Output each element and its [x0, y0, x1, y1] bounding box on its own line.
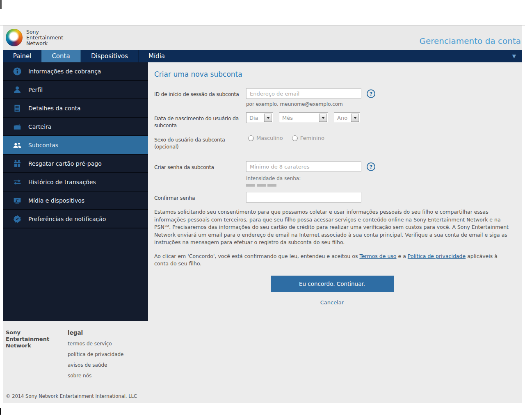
- tab-painel[interactable]: Painel: [3, 50, 41, 62]
- sidebar-item-informacoes-de-cobranca[interactable]: Informações de cobrança: [3, 62, 148, 81]
- password-input[interactable]: [246, 161, 361, 172]
- gender-row: Sexo do usuário da subconta (opcional) M…: [154, 134, 510, 150]
- month-select[interactable]: Mês: [279, 112, 328, 123]
- tab-midia[interactable]: Mídia: [139, 50, 175, 62]
- agree-continue-button[interactable]: Eu concordo. Continuar.: [271, 276, 394, 292]
- signin-id-label: ID de início de sessão da subconta: [154, 88, 246, 98]
- birthdate-label: Data de nascimento do usuário da subcont…: [154, 112, 246, 129]
- tab-conta[interactable]: Conta: [41, 50, 81, 62]
- copyright-text: © 2014 Sony Network Entertainment Intern…: [3, 383, 522, 399]
- strength-bar: [257, 184, 266, 187]
- gift-icon: [12, 159, 22, 169]
- radio-feminino[interactable]: Feminino: [292, 135, 324, 141]
- footer-brand: Sony Entertainment Network: [6, 329, 68, 383]
- select-dropdown-icon: [319, 114, 327, 122]
- help-icon[interactable]: ?: [367, 89, 375, 98]
- form-title: Criar uma nova subconta: [154, 70, 510, 78]
- person-icon: [12, 85, 22, 95]
- sidebar-item-perfil[interactable]: Perfil: [3, 81, 148, 99]
- confirm-password-label: Confirmar senha: [154, 192, 246, 201]
- password-strength: Intensidade da senha:: [246, 176, 510, 187]
- day-select[interactable]: Dia: [246, 112, 273, 123]
- strength-bar: [246, 184, 255, 187]
- signin-id-row: ID de início de sessão da subconta ?: [154, 88, 510, 99]
- year-select-value: Ano: [334, 115, 351, 121]
- sony-logo-text: Sony Entertainment Network: [26, 29, 63, 46]
- year-select[interactable]: Ano: [334, 112, 360, 123]
- agree-text-part: Ao clicar em 'Concordo', você está confi…: [154, 253, 359, 259]
- subaccount-form: Criar uma nova subconta ID de início de …: [148, 62, 523, 306]
- signin-id-hint: por exemplo, meunome@exemplo.com: [246, 101, 510, 107]
- top-white-strip: [0, 0, 525, 25]
- password-row: Criar senha da subconta ?: [154, 161, 510, 172]
- month-select-value: Mês: [279, 115, 319, 121]
- sony-logo: Sony Entertainment Network: [6, 29, 63, 46]
- screen-artifact-top-left: [0, 0, 2, 9]
- info-icon: [12, 66, 22, 76]
- media-devices-icon: [12, 196, 22, 205]
- sidebar-item-label: Detalhes da conta: [28, 105, 81, 112]
- sidebar-item-detalhes-da-conta[interactable]: Detalhes da conta: [3, 99, 148, 118]
- sidebar-item-label: Preferências de notificação: [28, 216, 106, 222]
- sidebar-item-historico-de-transacoes[interactable]: Histórico de transações: [3, 173, 148, 192]
- select-dropdown-icon: [351, 114, 359, 122]
- radio-masculino-label: Masculino: [256, 135, 283, 141]
- sidebar-item-label: Histórico de transações: [28, 179, 96, 185]
- footer-link-sobre-nos[interactable]: sobre nós: [68, 373, 124, 379]
- sidebar: Informações de cobrança Perfil Detalhes …: [3, 62, 148, 321]
- agree-paragraph: Ao clicar em 'Concordo', você está confi…: [154, 253, 510, 268]
- sidebar-item-label: Carteira: [28, 123, 51, 130]
- legal-heading: legal: [68, 329, 124, 336]
- sidebar-item-label: Perfil: [28, 87, 43, 93]
- sidebar-item-midia-e-dispositivos[interactable]: Mídia e dispositivos: [3, 192, 148, 210]
- wallet-icon: [12, 122, 22, 132]
- terms-of-use-link[interactable]: Termos de uso: [359, 253, 396, 259]
- radio-icon: [248, 135, 254, 141]
- gender-label: Sexo do usuário da subconta (opcional): [154, 134, 246, 150]
- day-select-value: Dia: [247, 115, 264, 121]
- transactions-icon: [12, 177, 22, 187]
- sidebar-item-carteira[interactable]: Carteira: [3, 118, 148, 136]
- notification-icon: [12, 214, 22, 224]
- subaccounts-icon: [12, 140, 22, 150]
- help-icon[interactable]: ?: [367, 162, 375, 171]
- account-details-icon: [12, 103, 22, 113]
- bottom-white-strip: [3, 403, 522, 420]
- tab-dispositivos[interactable]: Dispositivos: [81, 50, 139, 62]
- screen-artifact-bottom-left: [0, 408, 1, 415]
- page: Sony Entertainment Network Gerenciamento…: [3, 25, 522, 420]
- chevron-down-icon[interactable]: ▼: [512, 53, 516, 59]
- birthdate-row: Data de nascimento do usuário da subcont…: [154, 112, 510, 129]
- radio-icon: [292, 135, 298, 141]
- privacy-policy-link[interactable]: Política de privacidade: [408, 253, 466, 259]
- password-strength-label: Intensidade da senha:: [246, 176, 510, 181]
- footer-link-termos-de-servico[interactable]: termos de serviço: [68, 341, 124, 347]
- sidebar-item-label: Subcontas: [28, 142, 58, 148]
- sidebar-item-subcontas[interactable]: Subcontas: [3, 136, 148, 155]
- signin-id-input[interactable]: [246, 88, 361, 99]
- password-strength-bars: [246, 184, 510, 187]
- sony-logo-orb-icon: [6, 29, 23, 46]
- agree-text-part: e a: [397, 253, 408, 259]
- radio-feminino-label: Feminino: [300, 135, 324, 141]
- header: Sony Entertainment Network Gerenciamento…: [3, 25, 522, 50]
- site-footer: Sony Entertainment Network legal termos …: [3, 321, 522, 383]
- radio-masculino[interactable]: Masculino: [248, 135, 283, 141]
- sidebar-item-label: Resgatar cartão pré-pago: [28, 160, 102, 167]
- password-label: Criar senha da subconta: [154, 161, 246, 171]
- content-area: Informações de cobrança Perfil Detalhes …: [3, 62, 522, 403]
- confirm-password-row: Confirmar senha: [154, 192, 510, 203]
- sidebar-item-label: Mídia e dispositivos: [28, 197, 84, 204]
- strength-bar: [267, 184, 276, 187]
- sidebar-item-preferencias-de-notificacao[interactable]: Preferências de notificação: [3, 210, 148, 228]
- sidebar-item-resgatar-cartao-pre-pago[interactable]: Resgatar cartão pré-pago: [3, 155, 148, 173]
- main-nav: Painel Conta Dispositivos Mídia ▼: [3, 50, 522, 62]
- footer-link-politica-de-privacidade[interactable]: política de privacidade: [68, 352, 124, 357]
- cancel-link[interactable]: Cancelar: [320, 299, 344, 306]
- sidebar-item-label: Informações de cobrança: [28, 68, 101, 75]
- footer-link-avisos-de-saude[interactable]: avisos de saúde: [68, 362, 124, 368]
- confirm-password-input[interactable]: [246, 192, 361, 203]
- page-title: Gerenciamento da conta: [419, 36, 521, 46]
- select-dropdown-icon: [264, 114, 272, 122]
- footer-legal-column: legal termos de serviço política de priv…: [68, 329, 124, 383]
